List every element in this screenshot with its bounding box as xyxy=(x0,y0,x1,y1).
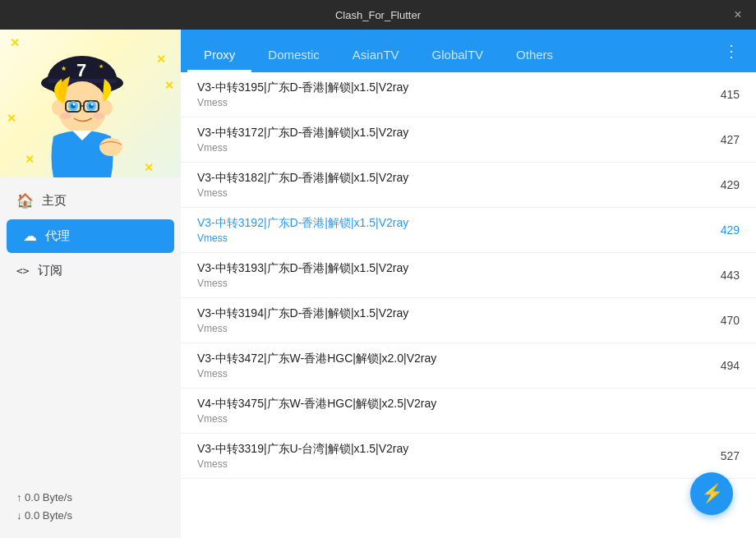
tabbar: Proxy Domestic AsianTV GlobalTV Others ⋮ xyxy=(181,30,756,72)
avatar-illustration: 7 ★ ★ xyxy=(25,34,140,177)
svg-point-8 xyxy=(101,100,113,115)
proxy-latency: 429 xyxy=(707,223,740,237)
proxy-list-item[interactable]: V3-中转3192|广东D-香港|解锁|x1.5|V2rayVmess429 xyxy=(181,208,756,253)
proxy-name: V3-中转3192|广东D-香港|解锁|x1.5|V2ray xyxy=(197,216,707,231)
proxy-name: V3-中转3195|广东D-香港|解锁|x1.5|V2ray xyxy=(197,80,707,95)
proxy-latency: 494 xyxy=(707,359,740,372)
sidebar-item-subscribe-label: 订阅 xyxy=(38,263,62,278)
tab-asiantv[interactable]: AsianTV xyxy=(336,39,416,72)
proxy-name: V4-中转3475|广东W-香港HGC|解锁|x2.5|V2ray xyxy=(197,397,707,412)
proxy-list-item[interactable]: V3-中转3195|广东D-香港|解锁|x1.5|V2rayVmess415 xyxy=(181,72,756,117)
speed-up: ↑ 0.0 Byte/s xyxy=(16,489,164,507)
proxy-name: V3-中转3182|广东D-香港|解锁|x1.5|V2ray xyxy=(197,171,707,186)
code-icon: <> xyxy=(16,264,30,277)
sidebar: ✕ ✕ ✕ ✕ ✕ ✕ 7 ★ ★ xyxy=(0,30,181,538)
sidebar-item-home[interactable]: 🏠 主页 xyxy=(0,184,181,218)
proxy-list[interactable]: V3-中转3195|广东D-香港|解锁|x1.5|V2rayVmess415V3… xyxy=(181,72,756,538)
sidebar-item-proxy-label: 代理 xyxy=(45,228,70,244)
svg-point-19 xyxy=(93,113,104,119)
titlebar: Clash_For_Flutter × xyxy=(0,0,756,30)
deco-x6: ✕ xyxy=(164,79,174,92)
proxy-type: Vmess xyxy=(197,413,707,425)
app-layout: ✕ ✕ ✕ ✕ ✕ ✕ 7 ★ ★ xyxy=(0,30,756,538)
proxy-list-item[interactable]: V4-中转3475|广东W-香港HGC|解锁|x2.5|V2rayVmess xyxy=(181,389,756,434)
proxy-name: V3-中转3472|广东W-香港HGC|解锁|x2.0|V2ray xyxy=(197,352,707,366)
main-content: Proxy Domestic AsianTV GlobalTV Others ⋮… xyxy=(181,30,756,538)
proxy-latency: 429 xyxy=(707,178,740,191)
proxy-list-item[interactable]: V3-中转3193|广东D-香港|解锁|x1.5|V2rayVmess443 xyxy=(181,253,756,298)
lightning-icon: ⚡ xyxy=(701,483,723,504)
proxy-latency: 527 xyxy=(707,449,740,462)
proxy-latency: 470 xyxy=(707,314,740,327)
proxy-type: Vmess xyxy=(197,97,707,108)
tab-proxy[interactable]: Proxy xyxy=(187,39,251,72)
deco-x1: ✕ xyxy=(10,36,20,49)
proxy-type: Vmess xyxy=(197,323,707,334)
proxy-list-item[interactable]: V3-中转3472|广东W-香港HGC|解锁|x2.0|V2rayVmess49… xyxy=(181,343,756,389)
svg-text:★: ★ xyxy=(61,65,67,72)
proxy-type: Vmess xyxy=(197,232,707,244)
deco-x2: ✕ xyxy=(156,53,166,66)
proxy-latency: 415 xyxy=(707,88,740,101)
svg-point-16 xyxy=(73,103,76,106)
proxy-name: V3-中转3193|广东D-香港|解锁|x1.5|V2ray xyxy=(197,261,707,276)
proxy-type: Vmess xyxy=(197,142,707,154)
proxy-type: Vmess xyxy=(197,458,707,470)
more-menu-button[interactable]: ⋮ xyxy=(713,34,749,67)
proxy-type: Vmess xyxy=(197,187,707,199)
proxy-type: Vmess xyxy=(197,368,707,379)
proxy-type: Vmess xyxy=(197,278,707,289)
proxy-name: V3-中转3319|广东U-台湾|解锁|x1.5|V2ray xyxy=(197,442,707,457)
svg-point-7 xyxy=(52,100,63,115)
sidebar-item-subscribe[interactable]: <> 订阅 xyxy=(0,255,181,287)
tab-globaltv[interactable]: GlobalTV xyxy=(416,39,500,72)
speed-area: ↑ 0.0 Byte/s ↓ 0.0 Byte/s xyxy=(0,479,181,538)
fab-button[interactable]: ⚡ xyxy=(690,472,733,515)
svg-point-20 xyxy=(99,138,122,156)
nav-items: 🏠 主页 ☁ 代理 <> 订阅 xyxy=(0,177,181,293)
cloud-icon: ☁ xyxy=(23,228,37,245)
proxy-latency: 443 xyxy=(707,269,740,282)
proxy-list-item[interactable]: V3-中转3319|广东U-台湾|解锁|x1.5|V2rayVmess527 xyxy=(181,434,756,479)
sidebar-item-proxy[interactable]: ☁ 代理 xyxy=(7,219,174,253)
speed-down: ↓ 0.0 Byte/s xyxy=(16,507,164,525)
proxy-list-item[interactable]: V3-中转3194|广东D-香港|解锁|x1.5|V2rayVmess470 xyxy=(181,298,756,343)
close-button[interactable]: × xyxy=(730,7,746,23)
tab-others[interactable]: Others xyxy=(500,39,569,72)
svg-point-17 xyxy=(91,103,94,106)
tab-domestic[interactable]: Domestic xyxy=(251,39,336,72)
svg-text:7: 7 xyxy=(76,60,86,80)
sidebar-item-home-label: 主页 xyxy=(42,193,67,209)
proxy-list-item[interactable]: V3-中转3172|广东D-香港|解锁|x1.5|V2rayVmess427 xyxy=(181,117,756,163)
app-title: Clash_For_Flutter xyxy=(335,9,421,21)
proxy-list-item[interactable]: V3-中转3182|广东D-香港|解锁|x1.5|V2rayVmess429 xyxy=(181,163,756,208)
proxy-name: V3-中转3194|广东D-香港|解锁|x1.5|V2ray xyxy=(197,306,707,321)
svg-point-18 xyxy=(60,113,71,119)
avatar-area: ✕ ✕ ✕ ✕ ✕ ✕ 7 ★ ★ xyxy=(0,30,181,177)
deco-x3: ✕ xyxy=(7,112,16,125)
deco-x5: ✕ xyxy=(144,161,154,174)
proxy-name: V3-中转3172|广东D-香港|解锁|x1.5|V2ray xyxy=(197,126,707,140)
proxy-latency: 427 xyxy=(707,133,740,146)
svg-text:★: ★ xyxy=(99,63,104,69)
home-icon: 🏠 xyxy=(16,192,34,209)
